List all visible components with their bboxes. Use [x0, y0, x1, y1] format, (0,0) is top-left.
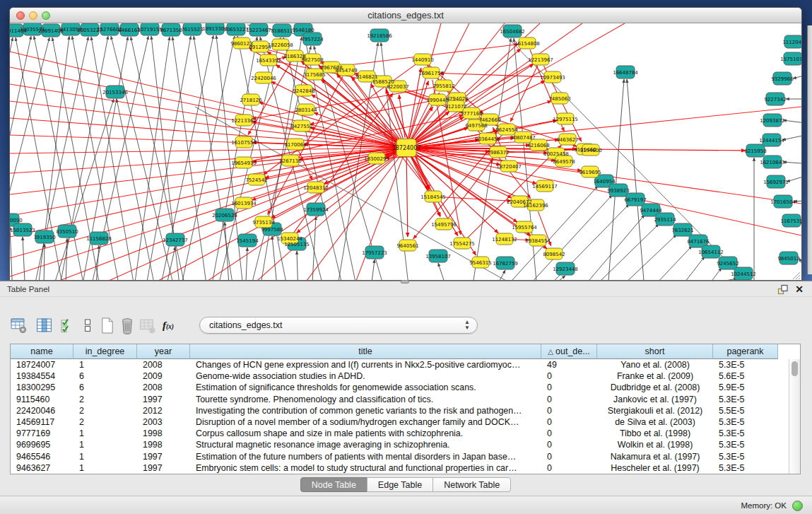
- cell-pagerank: 5.9E-5: [713, 382, 778, 393]
- svg-text:9329966: 9329966: [771, 76, 794, 82]
- table-panel-header: Table Panel ✕: [0, 281, 812, 297]
- tab-network-table[interactable]: Network Table: [433, 477, 511, 492]
- column-header-out_de[interactable]: △out_de...: [541, 344, 597, 359]
- svg-text:18226058: 18226058: [268, 42, 293, 48]
- resize-grip-icon[interactable]: [792, 271, 801, 280]
- svg-text:8649578: 8649578: [553, 159, 575, 165]
- table-row[interactable]: 1872400712008Changes of HCN gene express…: [11, 359, 789, 370]
- cell-title: Changes of HCN gene expression and I(f) …: [190, 359, 541, 370]
- svg-text:15751074: 15751074: [780, 57, 801, 62]
- column-header-in_degree[interactable]: in_degree: [73, 344, 137, 359]
- svg-text:12048312: 12048312: [303, 185, 329, 191]
- cytoscape-app: citations_edges.txt 20911404140355712089…: [0, 0, 812, 514]
- table-row[interactable]: 946554611997Estimation of the future num…: [11, 451, 789, 462]
- delete-icon[interactable]: [117, 315, 137, 335]
- cell-title: Corpus callosum shape and size in male p…: [190, 428, 541, 439]
- svg-text:1990448: 1990448: [426, 98, 448, 103]
- svg-text:7615523: 7615523: [181, 27, 203, 33]
- svg-text:7957224: 7957224: [301, 37, 324, 42]
- cell-title: Investigating the contribution of common…: [190, 405, 541, 416]
- network-canvas[interactable]: 2091140414035571208914068413054100532271…: [10, 23, 801, 281]
- table-row[interactable]: 1830029562008Estimation of significance …: [11, 382, 789, 393]
- column-header-name[interactable]: name: [11, 344, 73, 359]
- svg-text:1640954: 1640954: [593, 179, 616, 185]
- svg-text:7955812: 7955812: [433, 83, 454, 89]
- svg-text:12342737: 12342737: [163, 238, 188, 243]
- table-row[interactable]: 969969511998Structural magnetic resonanc…: [11, 439, 789, 450]
- svg-text:7524542: 7524542: [245, 177, 267, 183]
- cell-short: Dudbridge et al. (2008): [597, 382, 713, 393]
- sort-ascending-icon: △: [548, 348, 553, 356]
- cell-name: 22420046: [11, 405, 73, 416]
- cell-year: 1997: [137, 394, 190, 405]
- svg-text:8350510: 8350510: [56, 229, 78, 235]
- svg-text:20206526: 20206526: [212, 213, 237, 218]
- panel-splitter-handle[interactable]: [401, 280, 409, 284]
- svg-text:7986372: 7986372: [487, 150, 509, 156]
- table-row[interactable]: 2242004622012Investigating the contribut…: [11, 405, 789, 416]
- table-row[interactable]: 946362711997Embryonic stem cells: a mode…: [11, 462, 789, 474]
- table-row[interactable]: 1938455462009Genome-wide association stu…: [11, 370, 789, 382]
- svg-text:17016504: 17016504: [770, 199, 796, 205]
- column-header-pagerank[interactable]: pagerank: [713, 344, 778, 359]
- cell-title: Tourette syndrome. Phenomenology and cla…: [190, 394, 541, 405]
- select-updown-icon: ▲▼: [464, 320, 470, 331]
- cell-short: Wolkin et al. (1998): [597, 439, 713, 450]
- svg-text:7462669: 7462669: [478, 117, 500, 123]
- svg-text:10719155: 10719155: [137, 27, 163, 33]
- select-checklist-icon[interactable]: [58, 315, 78, 335]
- svg-text:8267130: 8267130: [279, 158, 301, 164]
- cell-out_de: 0: [541, 428, 597, 439]
- table-row[interactable]: 977716911998Corpus callosum shape and si…: [11, 428, 789, 439]
- svg-text:14569117: 14569117: [532, 184, 558, 189]
- cell-name: 9465546: [11, 451, 73, 462]
- table-row[interactable]: 911546021997Tourette syndrome. Phenomeno…: [11, 394, 789, 405]
- table-options-icon[interactable]: [8, 315, 28, 335]
- cell-in_degree: 1: [73, 439, 137, 450]
- table-scrollbar-thumb[interactable]: [792, 361, 798, 376]
- column-header-short[interactable]: short: [597, 344, 713, 359]
- network-window-titlebar[interactable]: citations_edges.txt: [10, 8, 801, 23]
- cell-in_degree: 1: [73, 462, 137, 474]
- cell-pagerank: 5.3E-5: [713, 359, 778, 370]
- column-header-title[interactable]: title: [190, 344, 541, 359]
- column-visibility-icon[interactable]: [34, 315, 54, 335]
- cell-short: Hescheler et al. (1997): [597, 462, 713, 474]
- svg-text:9827508: 9827508: [301, 57, 323, 63]
- cell-year: 1998: [137, 428, 190, 439]
- new-document-icon[interactable]: [97, 315, 117, 335]
- cell-title: Embryonic stem cells: a model to study s…: [190, 462, 541, 474]
- svg-text:8454749: 8454749: [335, 68, 357, 74]
- table-row[interactable]: 1456911722003Disruption of a novel membe…: [11, 416, 789, 428]
- cell-short: Franke et al. (2009): [597, 370, 713, 382]
- tab-edge-table[interactable]: Edge Table: [367, 477, 433, 492]
- network-file-select-value: citations_edges.txt: [209, 320, 283, 330]
- svg-text:16210643: 16210643: [760, 160, 785, 165]
- network-file-select[interactable]: citations_edges.txt ▲▼: [199, 317, 478, 334]
- cell-year: 1998: [137, 439, 190, 450]
- svg-text:10025458: 10025458: [543, 151, 569, 157]
- import-table-icon-disabled: [137, 315, 157, 335]
- cell-title: Structural magnetic resonance image aver…: [190, 439, 541, 450]
- network-window-title: citations_edges.txt: [10, 8, 801, 23]
- table-scrollbar[interactable]: [789, 359, 800, 474]
- tab-node-table[interactable]: Node Table: [300, 477, 367, 492]
- cell-name: 18724007: [11, 359, 73, 370]
- cell-year: 1997: [137, 462, 190, 474]
- cell-out_de: 49: [541, 359, 597, 370]
- cell-name: 9777169: [11, 428, 73, 439]
- column-header-year[interactable]: year: [137, 344, 190, 359]
- node-table: namein_degreeyeartitle△out_de...shortpag…: [10, 344, 801, 474]
- svg-text:8098542: 8098542: [543, 252, 565, 257]
- cell-out_de: 0: [541, 462, 597, 474]
- table-panel: Table Panel ✕: [0, 281, 812, 514]
- close-panel-icon[interactable]: ✕: [795, 282, 804, 296]
- float-window-icon[interactable]: [777, 284, 788, 295]
- svg-text:15692971: 15692971: [763, 180, 789, 185]
- collapsed-side-panel-strip[interactable]: [807, 25, 812, 274]
- svg-text:19654930: 19654930: [231, 160, 257, 166]
- svg-text:9640561: 9640561: [396, 243, 418, 249]
- table-panel-title: Table Panel: [7, 281, 49, 297]
- row-height-icon[interactable]: [78, 315, 98, 335]
- function-builder-icon[interactable]: f(x): [158, 315, 178, 335]
